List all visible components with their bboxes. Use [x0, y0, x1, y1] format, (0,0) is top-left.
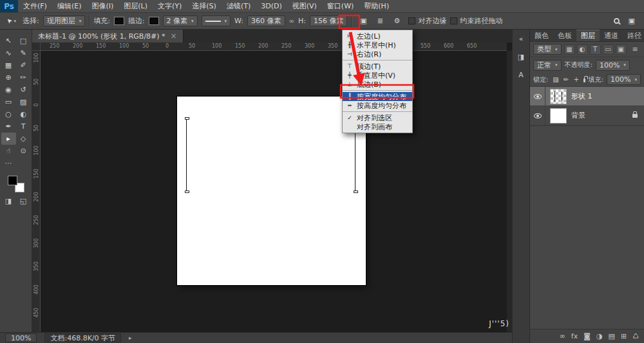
filter-type-icon[interactable]: T [590, 44, 601, 55]
select-scope-dropdown[interactable]: 现用图层 ▾ [43, 15, 86, 26]
opacity-dropdown[interactable]: 100% ▾ [596, 60, 630, 71]
menu-filter[interactable]: 滤镜(T) [222, 0, 256, 12]
layer-thumbnail[interactable] [550, 89, 567, 104]
path-operations-button[interactable]: ⚙ [389, 15, 404, 27]
hand-tool[interactable]: ☝ [1, 145, 16, 157]
gradient-tool[interactable]: ▨ [16, 96, 31, 108]
filter-kind-dropdown[interactable]: 类型 ▾ [533, 44, 562, 55]
layer-visibility-toggle[interactable] [530, 87, 545, 106]
filter-adjustment-icon[interactable]: ◐ [577, 44, 588, 55]
tab-layers[interactable]: 图层 [576, 30, 600, 41]
quick-mask-icon[interactable]: ◨ [1, 195, 16, 207]
align-menu-item[interactable]: 对齐到画布 [343, 122, 412, 131]
adjustment-layer-icon[interactable]: ◑ [596, 332, 603, 340]
menu-file[interactable]: 文件(F) [18, 0, 52, 12]
menu-edit[interactable]: 编辑(E) [52, 0, 87, 12]
align-menu-item[interactable]: ⊥ 底边(B) [343, 80, 412, 89]
more-tools-icon[interactable]: ⋯ [1, 157, 16, 169]
layer-row[interactable]: 背景 [530, 106, 644, 125]
align-menu-item[interactable]: ═ 按高度均匀分布 [343, 101, 412, 110]
blur-tool[interactable]: ○ [1, 108, 16, 120]
menu-view[interactable]: 视图(V) [287, 0, 322, 12]
zoom-tool[interactable]: ⊙ [16, 145, 31, 157]
tab-paths[interactable]: 路径 [623, 30, 644, 41]
stroke-style-dropdown[interactable]: ▾ [202, 15, 231, 26]
align-menu-item[interactable]: ⊤ 顶边(T) [343, 62, 412, 71]
search-icon[interactable] [614, 18, 620, 24]
lasso-tool[interactable]: ∿ [1, 47, 16, 59]
ruler-origin-corner[interactable] [32, 42, 41, 51]
shape-tool[interactable]: ◇ [16, 133, 31, 145]
fill-opacity-dropdown[interactable]: 100% ▾ [607, 74, 641, 85]
layer-name[interactable]: 形状 1 [571, 91, 632, 101]
new-layer-icon[interactable]: ⊞ [621, 332, 627, 340]
pen-tool[interactable]: ✒ [1, 120, 16, 133]
document-canvas[interactable] [177, 97, 366, 285]
align-menu-item[interactable]: ✓ 对齐到选区 [343, 113, 412, 122]
eyedropper-tool[interactable]: ✐ [16, 59, 31, 71]
menu-layer[interactable]: 图层(L) [118, 0, 153, 12]
move-tool[interactable]: ↖ [1, 35, 16, 47]
layer-name[interactable]: 背景 [571, 111, 632, 120]
align-menu-item[interactable]: ║ 按宽度均匀分布 [343, 92, 412, 101]
tool-preset-button[interactable]: ➤ ▾ [4, 15, 19, 28]
align-menu-item[interactable]: ╫ 水平居中(H) [343, 41, 412, 50]
panel-menu-icon[interactable]: ≡ [629, 45, 641, 53]
type-tool[interactable]: T [16, 120, 31, 133]
clone-stamp-tool[interactable]: ◉ [1, 84, 16, 96]
align-menu-item[interactable]: ⊢ 左边(L) [343, 32, 412, 41]
quick-selection-tool[interactable]: ✎ [16, 47, 31, 59]
menu-select[interactable]: 选择(S) [187, 0, 222, 12]
drawn-line-shape-2[interactable] [355, 124, 355, 192]
eraser-tool[interactable]: ▭ [1, 96, 16, 108]
lock-all-icon[interactable] [583, 79, 585, 82]
layer-visibility-toggle[interactable] [530, 106, 545, 125]
layer-effects-icon[interactable]: fx [571, 332, 578, 340]
link-layers-icon[interactable]: ∞ [560, 332, 565, 340]
layer-mask-icon[interactable]: ◙ [583, 332, 591, 340]
menu-window[interactable]: 窗口(W) [322, 0, 359, 12]
tab-swatches[interactable]: 色板 [553, 30, 576, 41]
width-field[interactable]: 360 像素 [247, 15, 285, 26]
drawn-line-shape-1[interactable] [186, 118, 187, 192]
screen-mode-icon[interactable]: ◱ [16, 195, 31, 207]
filter-smartobject-icon[interactable]: ▣ [616, 44, 627, 55]
collapse-panels-icon[interactable]: « [515, 32, 527, 45]
constrain-path-checkbox[interactable] [450, 17, 457, 24]
dodge-tool[interactable]: ◐ [16, 108, 31, 120]
brush-tool[interactable]: ✏ [16, 71, 31, 84]
align-edges-checkbox[interactable] [408, 17, 415, 24]
menu-type[interactable]: 文字(Y) [153, 0, 187, 12]
stroke-width-dropdown[interactable]: 2 像素 ▾ [163, 15, 198, 26]
workspace-switcher-icon[interactable]: ▣ [629, 17, 635, 25]
marquee-tool[interactable]: □ [16, 35, 31, 47]
lock-position-icon[interactable]: + [572, 76, 580, 83]
layer-group-icon[interactable]: ▤ [609, 332, 615, 340]
filter-pixel-icon[interactable]: ▦ [564, 44, 575, 55]
foreground-color-swatch[interactable] [8, 176, 17, 185]
layer-row[interactable]: 形状 1 [530, 87, 644, 106]
delete-layer-icon[interactable]: ♺ [632, 332, 639, 340]
path-selection-tool[interactable]: ▸ [1, 133, 16, 145]
document-tab[interactable]: 未标题-1 @ 100% (形状 1, RGB/8#) * × [32, 30, 184, 42]
blend-mode-dropdown[interactable]: 正常 ▾ [533, 60, 562, 71]
filter-shape-icon[interactable]: ▭ [603, 44, 614, 55]
stroke-color-swatch[interactable] [149, 17, 159, 25]
healing-brush-tool[interactable]: ⊕ [1, 71, 16, 84]
history-brush-tool[interactable]: ↺ [16, 84, 31, 96]
close-tab-icon[interactable]: × [171, 32, 177, 41]
menu-help[interactable]: 帮助(H) [359, 0, 394, 12]
dock-panel-icon-1[interactable]: ◨ [515, 50, 527, 63]
height-field[interactable]: 156 像素 [310, 15, 348, 26]
link-dimensions-icon[interactable]: ∞ [289, 17, 294, 24]
foreground-background-swatches[interactable] [8, 176, 24, 192]
lock-transparent-icon[interactable]: ▨ [551, 76, 560, 83]
menu-image[interactable]: 图像(I) [86, 0, 118, 12]
align-menu-item[interactable]: ╪ 垂直居中(V) [343, 71, 412, 80]
fill-color-swatch[interactable] [114, 17, 124, 25]
align-menu-item[interactable]: ⊣ 右边(R) [343, 50, 412, 59]
dock-panel-icon-2[interactable]: A [515, 68, 527, 81]
status-chevron-icon[interactable]: ▸ [129, 335, 132, 341]
path-arrange-button[interactable]: ▣ [355, 15, 371, 27]
lock-pixels-icon[interactable]: ✏ [562, 76, 570, 83]
